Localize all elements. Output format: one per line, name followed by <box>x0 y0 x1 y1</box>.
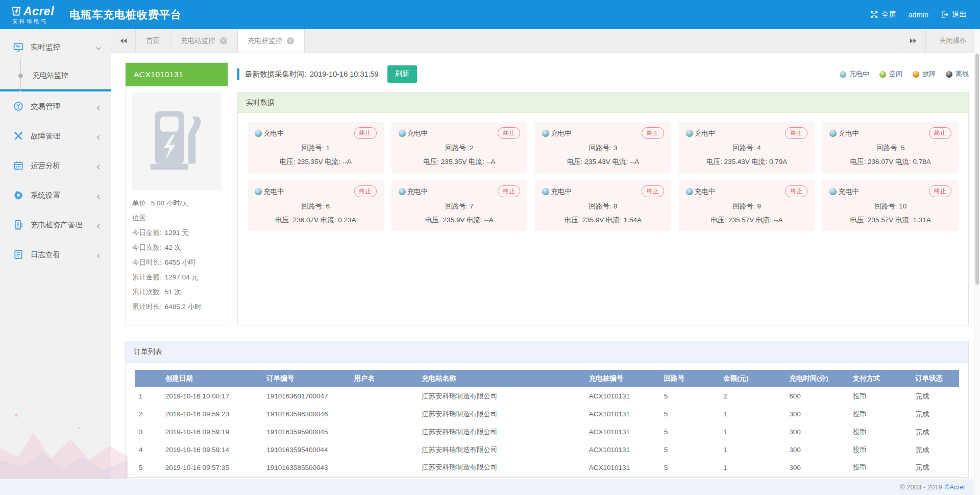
status-charging-icon <box>399 188 406 195</box>
channel-card-top: 充电中终止 <box>542 185 664 197</box>
cell-9: 投币 <box>849 459 912 477</box>
sidebar-item-5[interactable]: 充电桩资产管理 <box>0 210 111 240</box>
sidebar-item-0[interactable]: 实时监控 <box>0 32 111 62</box>
channel-card-top: 充电中终止 <box>399 127 521 139</box>
cell-8: 600 <box>785 387 848 405</box>
tab-list: 首页充电站监控×充电桩监控× <box>136 29 305 53</box>
channel-grid: 充电中终止回路号: 1电压: 235.35V 电流: --A充电中终止回路号: … <box>238 113 968 325</box>
legend-idle: 空闲 <box>879 69 902 79</box>
channel-circuit: 回路号: 7 <box>399 202 521 211</box>
stat-label: 单价: <box>132 199 148 207</box>
cell-2: 1910163596300046 <box>262 405 350 423</box>
cell-3 <box>350 423 418 441</box>
sidebar-item-1[interactable]: 交易管理 <box>0 91 111 121</box>
cell-9: 投币 <box>849 441 912 459</box>
stat-label: 累计时长: <box>132 303 162 311</box>
channel-card-5: 充电中终止回路号: 5电压: 236.07V 电流: 0.78A <box>822 122 959 173</box>
tabs-scroll-left-button[interactable] <box>111 29 136 53</box>
table-row: 52019-10-16 09:57:351910163585500043江苏安科… <box>135 459 959 477</box>
footer: © 2003 - 2019 ©Acrel <box>0 479 980 495</box>
footer-brand-link[interactable]: ©Acrel <box>945 483 965 491</box>
toolbar: 最新数据采集时间: 2019-10-16 10:31:59 刷新 充电中空闲故障… <box>237 62 969 86</box>
device-stat-4: 今日时长:6455 小时 <box>132 255 221 270</box>
table-row: 12019-10-16 10:00:171910163601700047江苏安科… <box>135 387 959 405</box>
sidebar-subitem-0-0[interactable]: 充电站监控 <box>0 62 111 89</box>
col-header-5: 回路号 <box>660 370 719 387</box>
tab-0[interactable]: 首页 <box>136 29 170 53</box>
channel-card-top: 充电中终止 <box>686 185 808 197</box>
status-idle-icon <box>879 71 886 78</box>
realtime-panel: 实时数据 充电中终止回路号: 1电压: 235.35V 电流: --A充电中终止… <box>237 92 969 325</box>
stop-button[interactable]: 终止 <box>929 185 951 197</box>
sidebar-item-label: 实时监控 <box>31 42 60 52</box>
tab-label: 充电站监控 <box>181 36 215 45</box>
stop-button[interactable]: 终止 <box>498 185 520 197</box>
stat-label: 今日金额: <box>132 229 162 237</box>
stop-button[interactable]: 终止 <box>785 185 807 197</box>
tab-close-icon[interactable]: × <box>220 37 227 44</box>
stat-value: 1297.04 元 <box>165 273 199 281</box>
tab-1[interactable]: 充电站监控× <box>170 29 238 53</box>
scrollbar-thumb[interactable] <box>975 54 979 285</box>
fullscreen-icon <box>870 11 878 18</box>
page-title: 电瓶车充电桩收费平台 <box>69 8 182 22</box>
close-operations-dropdown[interactable]: 关闭操作 <box>925 29 980 53</box>
sidebar: 实时监控充电站监控交易管理故障管理运营分析系统设置充电桩资产管理日志查看 ✦ ✦ <box>0 29 111 479</box>
sidebar-item-6[interactable]: 日志查看 <box>0 240 111 269</box>
channel-card-4: 充电中终止回路号: 4电压: 235.43V 电流: 0.79A <box>679 122 815 173</box>
cell-3 <box>350 387 418 405</box>
logout-button[interactable]: 退出 <box>941 10 967 19</box>
sidebar-item-2[interactable]: 故障管理 <box>0 121 111 151</box>
stop-button[interactable]: 终止 <box>785 127 807 139</box>
collect-time-label: 最新数据采集时间: <box>245 69 306 79</box>
cell-3 <box>350 405 418 423</box>
stop-button[interactable]: 终止 <box>498 127 520 139</box>
tab-close-icon[interactable]: × <box>287 37 294 44</box>
status-charging-icon <box>542 188 549 195</box>
sidebar-item-label: 日志查看 <box>31 250 60 260</box>
stop-button[interactable]: 终止 <box>642 127 664 139</box>
acrel-logo-icon <box>11 6 21 16</box>
stop-button[interactable]: 终止 <box>354 185 377 197</box>
device-stats: 单价:5.00 小时/元位置:今日金额:1291 元今日次数:42 次今日时长:… <box>132 196 221 314</box>
tabs-scroll-right-button[interactable] <box>901 29 925 53</box>
channel-circuit: 回路号: 8 <box>542 202 664 211</box>
device-id: ACX1010131 <box>126 63 228 86</box>
brand-logo: Acrel 安科瑞电气 <box>11 6 54 24</box>
sidebar-item-3[interactable]: 运营分析 <box>0 151 111 180</box>
cell-7: 1 <box>719 405 785 423</box>
sidebar-item-label: 充电桩资产管理 <box>31 220 83 230</box>
col-header-3: 充电站名称 <box>418 370 585 387</box>
stop-button[interactable]: 终止 <box>354 127 377 139</box>
cell-10: 完成 <box>911 405 959 423</box>
double-right-arrow-icon <box>910 38 917 44</box>
sidebar-item-4[interactable]: 系统设置 <box>0 180 111 210</box>
channel-card-top: 充电中终止 <box>686 127 808 139</box>
tab-2[interactable]: 充电桩监控× <box>238 29 305 53</box>
stop-button[interactable]: 终止 <box>929 127 951 139</box>
refresh-button[interactable]: 刷新 <box>387 65 417 83</box>
cell-8: 300 <box>785 405 848 423</box>
sidebar-subitem-label: 充电站监控 <box>33 71 68 80</box>
channel-card-8: 充电中终止回路号: 8电压: 235.9V 电流: 1.54A <box>535 180 671 231</box>
cell-1: 2019-10-16 10:00:17 <box>161 387 263 405</box>
channel-measurements: 电压: 235.57V 电流: --A <box>686 216 808 225</box>
orders-table-body: 12019-10-16 10:00:171910163601700047江苏安科… <box>135 387 959 477</box>
fullscreen-button[interactable]: 全屏 <box>870 10 896 19</box>
cell-4: 江苏安科瑞制造有限公司 <box>418 441 585 459</box>
stat-label: 今日时长: <box>132 258 162 266</box>
channel-card-3: 充电中终止回路号: 3电压: 235.43V 电流: --A <box>535 122 671 173</box>
user-menu[interactable]: admin <box>909 11 929 19</box>
cell-7: 1 <box>719 459 785 477</box>
channel-measurements: 电压: 235.43V 电流: --A <box>542 157 664 167</box>
stop-button[interactable]: 终止 <box>642 185 664 197</box>
collect-time-value: 2019-10-16 10:31:59 <box>310 70 379 78</box>
channel-status: 充电中 <box>407 129 428 138</box>
charging-pile-icon <box>132 92 221 191</box>
channel-card-top: 充电中终止 <box>255 127 377 139</box>
channel-card-top: 充电中终止 <box>829 185 951 197</box>
stat-label: 累计次数: <box>132 288 162 296</box>
cell-8: 300 <box>785 423 848 441</box>
channel-measurements: 电压: 235.35V 电流: --A <box>255 157 377 167</box>
status-charging-icon <box>255 130 262 137</box>
